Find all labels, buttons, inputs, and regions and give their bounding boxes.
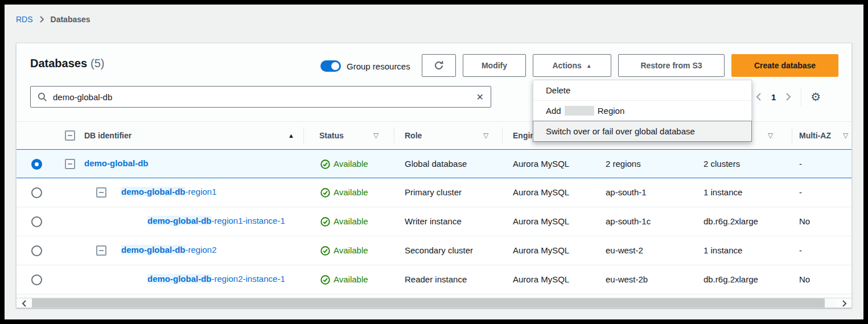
collapse-row-icon[interactable]: [96, 187, 106, 198]
size-value: db.r6g.2xlarge: [704, 274, 758, 284]
chevron-right-icon: [785, 92, 792, 101]
size-value: 2 clusters: [704, 159, 740, 169]
group-resources-toggle[interactable]: [320, 60, 341, 72]
role-value: Primary cluster: [405, 187, 462, 197]
row-radio[interactable]: [31, 187, 42, 198]
chevron-right-icon: [842, 300, 847, 307]
size-value: 1 instance: [704, 187, 742, 197]
db-identifier-link[interactable]: demo-global-db-region1-instance-1: [147, 216, 285, 225]
restore-label: Restore from S3: [640, 61, 702, 70]
actions-dropdown-menu: Delete AddRegion Switch over or fail ove…: [533, 80, 752, 142]
collapse-row-icon[interactable]: [65, 159, 75, 169]
restore-from-s3-button[interactable]: Restore from S3: [618, 54, 725, 77]
breadcrumb-rds-link[interactable]: RDS: [16, 15, 33, 24]
breadcrumb-chevron-icon: [39, 16, 45, 23]
refresh-button[interactable]: [422, 54, 456, 77]
status-value: Available: [334, 159, 368, 169]
column-header-multi-az[interactable]: Multi-AZ: [799, 131, 831, 140]
refresh-icon: [434, 60, 444, 71]
region-value: eu-west-2b: [606, 274, 648, 284]
column-header-role[interactable]: Role: [405, 131, 422, 140]
sort-ascending-icon[interactable]: ▲: [288, 132, 294, 139]
rds-console-page: RDS Databases Databases(5) Group resourc…: [5, 5, 863, 319]
size-value: db.r6g.2xlarge: [704, 216, 758, 226]
status-value: Available: [334, 187, 368, 197]
redacted-text-block: [565, 106, 594, 116]
filter-search-box: ✕: [30, 86, 491, 108]
region-value: ap-south-1c: [606, 216, 651, 226]
db-identifier-link[interactable]: demo-global-db-region2-instance-1: [147, 274, 285, 284]
scroll-right-button[interactable]: [837, 298, 851, 308]
search-input[interactable]: [53, 92, 471, 102]
modify-label: Modify: [482, 61, 507, 70]
page-number[interactable]: 1: [771, 92, 776, 102]
region-value: eu-west-2: [606, 245, 643, 255]
menu-item-delete[interactable]: Delete: [533, 80, 751, 100]
databases-panel: Databases(5) Group resources Modify Acti…: [16, 43, 852, 308]
column-divider: [303, 128, 304, 143]
next-page-button[interactable]: [785, 92, 792, 101]
row-radio-selected[interactable]: [31, 159, 42, 170]
multi-az-value: No: [799, 216, 810, 226]
horizontal-scrollbar[interactable]: [17, 298, 852, 308]
engine-value: Aurora MySQL: [513, 216, 569, 226]
collapse-all-checkbox[interactable]: [65, 130, 75, 141]
settings-gear-icon[interactable]: ⚙: [811, 91, 821, 102]
table-row[interactable]: demo-global-db-region2-instance-1 Availa…: [17, 265, 852, 294]
status-available-icon: [320, 188, 330, 198]
row-radio[interactable]: [31, 245, 42, 256]
sortable-icon[interactable]: ▽: [483, 132, 488, 140]
row-radio[interactable]: [31, 216, 42, 227]
db-identifier-link[interactable]: demo-global-db: [84, 158, 149, 168]
status-available-icon: [320, 275, 330, 285]
breadcrumb-current: Databases: [51, 15, 90, 24]
table-row[interactable]: demo-global-db-region1 Available Primary…: [17, 178, 852, 207]
menu-item-add-region-prefix: Add: [546, 106, 561, 116]
status-value: Available: [334, 245, 368, 255]
caret-up-icon: ▲: [586, 63, 592, 69]
status-available-icon: [320, 217, 330, 227]
table-row[interactable]: demo-global-db Available Global database…: [17, 149, 852, 178]
engine-value: Aurora MySQL: [513, 187, 569, 197]
screenshot-frame: RDS Databases Databases(5) Group resourc…: [0, 0, 868, 324]
region-value: ap-south-1: [606, 187, 647, 197]
region-value: 2 regions: [606, 159, 641, 169]
create-label: Create database: [754, 61, 816, 70]
menu-item-add-region-suffix: Region: [598, 106, 625, 116]
multi-az-value: -: [799, 245, 802, 255]
status-value: Available: [334, 274, 368, 284]
sortable-icon[interactable]: ▽: [768, 132, 773, 140]
role-value: Reader instance: [405, 274, 467, 284]
actions-button[interactable]: Actions ▲: [533, 54, 611, 77]
table-row[interactable]: demo-global-db-region1-instance-1 Availa…: [17, 207, 852, 236]
panel-title: Databases(5): [30, 57, 105, 70]
toggle-knob-icon: [331, 62, 339, 70]
sortable-icon[interactable]: ▽: [373, 132, 379, 140]
row-radio[interactable]: [31, 274, 42, 285]
sortable-icon[interactable]: ▽: [843, 132, 848, 140]
engine-value: Aurora MySQL: [513, 159, 569, 169]
column-header-db-identifier[interactable]: DB identifier: [84, 131, 131, 140]
collapse-row-icon[interactable]: [96, 245, 106, 256]
pagination-divider: [801, 88, 801, 105]
size-value: 1 instance: [704, 245, 742, 255]
panel-title-text: Databases: [30, 57, 87, 69]
multi-az-value: -: [799, 159, 802, 169]
engine-value: Aurora MySQL: [513, 274, 569, 284]
create-database-button[interactable]: Create database: [731, 54, 838, 77]
search-icon: [38, 92, 47, 102]
clear-search-icon[interactable]: ✕: [476, 92, 484, 102]
menu-item-switchover-failover[interactable]: Switch over or fail over global database: [533, 121, 752, 142]
status-available-icon: [320, 246, 330, 256]
previous-page-button[interactable]: [755, 92, 762, 101]
db-identifier-link[interactable]: demo-global-db-region1: [121, 187, 217, 196]
table-row[interactable]: demo-global-db-region2 Available Seconda…: [17, 236, 852, 265]
multi-az-value: No: [799, 274, 810, 284]
scrollbar-thumb[interactable]: [32, 298, 825, 308]
modify-button[interactable]: Modify: [463, 54, 526, 77]
db-identifier-link[interactable]: demo-global-db-region2: [121, 245, 217, 255]
group-resources-label: Group resources: [347, 61, 410, 72]
scroll-left-button[interactable]: [17, 298, 31, 308]
menu-item-add-region[interactable]: AddRegion: [533, 101, 751, 121]
column-header-status[interactable]: Status: [319, 131, 344, 140]
